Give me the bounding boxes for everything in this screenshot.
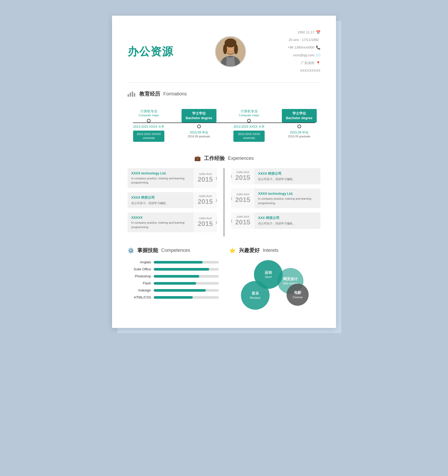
venn-cinema-cn: 电影 [294,290,301,295]
tl-bottom-4: 2015.09 毕业 2016.09 graduate [288,130,310,138]
tl-bottom-1: 2013-2015 XXXX 大学 2013-2015 XXXXXunivers… [133,125,164,142]
exp-card-l2: XXXX 科技公司 在公司实习，培训学习编程。 Juillet-Août 201… [128,192,217,209]
exp-date-r1: Juillet-Août 2015 [231,168,254,185]
skill-bar-bg-anglais [154,261,219,264]
interets-section: ⭐ 兴趣爱好 Interets 运动 Sport 音乐 Musique 网页设计 [229,247,320,312]
location-icon: 📍 [316,59,320,67]
exp-card-r1: XXXX 科技公司 在公司实习，培训学习编程。 Juillet-Août 201… [231,168,320,185]
location-cn-text: 广东深圳 [301,60,314,66]
email-row: xxxx@qq.com ✉️ [288,52,320,59]
experience-divider [224,168,224,237]
skill-bar-fill-html-css [154,296,193,299]
exp-card-r2: XXXX technology Ltd. In company practice… [231,188,320,208]
venn-sport-fr: Sport [265,275,272,279]
exp-desc-l3: In company practice, training and learni… [131,221,190,229]
exp-card-r3: XXX 科技公司 在公司实习，培训学习编程。 Juillet-Août 2015 [231,212,320,229]
location-en-text: XXXXXXXXX [300,67,320,74]
interets-title-fr: Interets [263,248,278,253]
calendar-icon: 📅 [316,29,320,36]
education-title-cn: 教育经历 [139,90,160,97]
phone-row: +86 1380xxxx000 📞 [288,44,320,51]
interets-header: ⭐ 兴趣爱好 Interets [229,247,320,254]
competences-icon: ⚙️ [128,247,134,254]
skill-photoshop: Photoshop [128,274,219,278]
exp-company-r2: XXXX technology Ltd. [258,192,317,196]
education-header: 教育经历 Formations [128,90,320,97]
exp-desc-l1: In company practice, training and learni… [131,176,190,185]
interets-title-cn: 兴趣爱好 [239,247,260,254]
exp-desc-r1: 在公司实习，培训学习编程。 [258,177,317,181]
exp-card-l3: XXXXX In company practice, training and … [128,212,217,232]
exp-company-r3: XXX 科技公司 [258,216,317,220]
venn-musique-circle: 音乐 Musique [241,281,270,310]
experience-title-fr: Experiences [228,156,254,161]
profile-photo [215,36,246,67]
education-timeline: 计算机专业 Computer major 2013-2015 XXXX 大学 2… [128,104,320,144]
skill-name-suite-office: Suite Office [128,267,151,271]
tl-bottom-2: 2015.09 毕业 2016.09 graduate [188,130,210,138]
exp-date-r2: Juillet-Août 2015 [231,188,254,208]
bottom-section: ⚙️ 掌握技能 Competences Anglais Suite Office [128,247,320,312]
tl-top-1: 计算机专业 Computer major [139,109,159,117]
exp-date-l3: Juillet-Août 2015 [194,212,217,232]
competences-section: ⚙️ 掌握技能 Competences Anglais Suite Office [128,247,219,312]
experience-col-right: XXXX 科技公司 在公司实习，培训学习编程。 Juillet-Août 201… [227,168,320,237]
venn-cinema-fr: Cinema [293,295,303,299]
tl-dot-3 [247,119,251,123]
phone-icon: 📞 [316,44,320,51]
tl-dot-4 [297,125,301,128]
age-row: 20 ans - 17/11/1992 [288,36,320,43]
resume-page: 办公资源 [112,16,336,328]
timeline-item-2: 学士学位Bachelor degree 2015.09 毕业 2016.09 g… [178,109,220,142]
exp-desc-r3: 在公司实习，培训学习编程。 [258,221,317,226]
education-title-fr: Formations [163,91,187,97]
exp-desc-r2: In company practice, training and learni… [258,197,317,205]
tl-dot-1 [147,119,151,123]
exp-desc-l2: 在公司实习，培训学习编程。 [131,201,190,205]
venn-diagram: 运动 Sport 音乐 Musique 网页设计 Web design 电影 C… [238,260,311,312]
skill-name-flash: Flash [128,281,151,285]
skill-name-html-css: HTML/CSS [128,295,151,299]
skill-bar-fill-suite-office [154,268,209,271]
timeline-items: 计算机专业 Computer major 2013-2015 XXXX 大学 2… [128,109,320,142]
birthday-text: 1992.11.17 [297,29,314,36]
timeline-item-4: 学士学位Bachelor degree 2015.09 毕业 2016.09 g… [278,109,320,142]
exp-card-r1-content: XXXX 科技公司 在公司实习，培训学习编程。 [254,168,320,185]
exp-date-r3: Juillet-Août 2015 [231,212,254,229]
exp-company-l1: XXXX technology Ltd. [131,171,190,175]
page-title: 办公资源 [128,44,173,59]
competences-header: ⚙️ 掌握技能 Competences [128,247,219,254]
skill-bar-fill-photoshop [154,275,199,278]
contact-info: 1992.11.17 📅 20 ans - 17/11/1992 +86 138… [288,29,320,75]
exp-card-r2-content: XXXX technology Ltd. In company practice… [254,188,320,208]
exp-company-l3: XXXXX [131,216,190,219]
tl-badge-4: 学士学位Bachelor degree [282,109,317,123]
interets-icon: ⭐ [229,247,236,254]
exp-card-l3-content: XXXXX In company practice, training and … [128,212,194,232]
skill-bar-bg-indesign [154,289,219,292]
timeline-item-1: 计算机专业 Computer major 2013-2015 XXXX 大学 2… [128,109,170,142]
skill-bar-bg-photoshop [154,275,219,278]
skill-html-css: HTML/CSS [128,295,219,299]
tl-badge-2: 学士学位Bachelor degree [182,109,216,123]
skill-bar-fill-indesign [154,289,206,292]
skill-bar-bg-html-css [154,296,219,299]
exp-card-l1-content: XXXX technology Ltd. In company practice… [128,168,194,188]
skill-name-anglais: Anglais [128,260,151,264]
experience-title-cn: 工作经验 [204,155,225,162]
skill-bar-fill-anglais [154,261,203,264]
experience-columns: XXXX technology Ltd. In company practice… [128,168,320,237]
venn-webdesign-cn: 网页设计 [283,277,298,282]
skill-name-indesign: Indesign [128,288,151,292]
location-en-row: XXXXXXXXX [288,67,320,74]
skill-bar-bg-suite-office [154,268,219,271]
experience-col-left: XXXX technology Ltd. In company practice… [128,168,221,237]
birthday-row: 1992.11.17 📅 [288,29,320,36]
tl-top-3: 计算机专业 Computer major [239,109,259,117]
experience-icon: 💼 [194,155,201,161]
venn-musique-fr: Musique [250,296,261,300]
location-row: 广东深圳 📍 [288,59,320,67]
exp-card-l2-content: XXXX 科技公司 在公司实习，培训学习编程。 [128,192,194,209]
skill-name-photoshop: Photoshop [128,274,151,278]
skill-suite-office: Suite Office [128,267,219,271]
